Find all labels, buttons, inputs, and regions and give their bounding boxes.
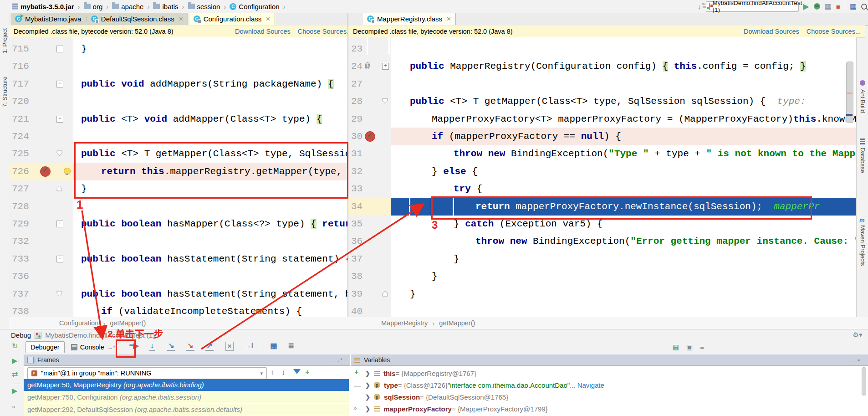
variable-row[interactable]: ❯mapperProxyFactory = {MapperProxyFactor… — [365, 403, 548, 415]
choose-sources-link[interactable]: Choose Sources... — [807, 28, 861, 35]
more-actions-icon[interactable]: » — [12, 404, 15, 410]
navigate-link[interactable]: Navigate — [577, 381, 604, 389]
run-to-cursor-button[interactable]: →I — [243, 342, 255, 353]
step-over-button[interactable]: ↓ — [146, 342, 158, 353]
drop-frame-button[interactable]: ✕ — [224, 342, 235, 353]
tab-console[interactable]: Console →* — [66, 342, 120, 353]
tool-windows-icon[interactable]: ▦ — [850, 3, 857, 10]
stop-button[interactable]: ■ — [836, 3, 840, 10]
breadcrumb-item[interactable]: session — [188, 3, 220, 10]
customize-threads-icon[interactable]: + — [305, 368, 309, 376]
close-icon[interactable]: ✕ — [179, 15, 184, 22]
variables-scrollbar[interactable] — [862, 367, 866, 395]
breadcrumb-class[interactable]: Configuration — [59, 319, 98, 327]
tool-button-database[interactable]: Database — [859, 148, 866, 173]
editor-configuration-class[interactable]: 715−}716717+public void addMappers(Strin… — [9, 37, 347, 317]
fold-region-start-icon[interactable] — [56, 150, 62, 156]
restore-layout-icon[interactable]: ▦ — [673, 343, 679, 351]
editor-splitter[interactable] — [347, 13, 348, 329]
breadcrumb-item[interactable]: ibatis — [153, 3, 178, 10]
stack-frame-row[interactable]: getMapper:750, Configuration (org.apache… — [24, 391, 349, 403]
help-icon[interactable]: ≡ — [700, 343, 704, 351]
tab-mybatisdemo-java[interactable]: CMybatisDemo.java✕ — [11, 13, 95, 25]
breadcrumb-item[interactable]: apache — [112, 3, 143, 10]
tab-debugger[interactable]: Debugger — [26, 341, 65, 353]
toggle-auto-test-icon[interactable]: ⇄ — [12, 371, 18, 378]
variable-name: mapperProxyFactory — [383, 405, 452, 413]
search-icon[interactable] — [861, 4, 867, 10]
tab-defaultsqlsession-class[interactable]: CDefaultSqlSession.class✕ — [87, 13, 188, 25]
breakpoint-icon[interactable] — [365, 131, 375, 142]
close-icon[interactable]: ✕ — [446, 15, 451, 22]
fold-expand-icon[interactable]: + — [56, 256, 63, 262]
rerun-failed-tests-icon[interactable]: ▶! — [12, 357, 19, 365]
variable-row[interactable]: ❯psqlSession = {DefaultSqlSession@1765} — [365, 391, 508, 403]
stack-frame-row[interactable]: getMapper:292, DefaultSqlSession (org.ap… — [24, 404, 349, 416]
breadcrumb-item[interactable]: CConfiguration — [230, 3, 279, 10]
choose-sources-link[interactable]: Choose Sources... — [298, 28, 352, 35]
fold-collapse-icon[interactable]: − — [56, 46, 63, 52]
close-icon[interactable]: ✕ — [266, 15, 271, 22]
code-segment: "Error getting mapper instance. Cause: " — [630, 236, 856, 247]
breadcrumb-method[interactable]: getMapper() — [110, 319, 146, 327]
frame-down-icon[interactable]: ↓ — [281, 368, 286, 377]
breadcrumb-item[interactable]: mybatis-3.5.0.jar — [12, 3, 74, 10]
pin-icon[interactable]: →* — [334, 357, 346, 364]
breadcrumb-class[interactable]: MapperRegistry — [381, 319, 428, 327]
breadcrumb-item[interactable]: org — [84, 3, 103, 10]
thread-selector[interactable]: "main"@1 in group "main": RUNNING ▾ — [27, 367, 267, 379]
fold-region-start-icon[interactable] — [382, 98, 388, 104]
tool-button-maven[interactable]: Maven Projects — [859, 225, 866, 266]
settings-gear-icon[interactable]: ⚙▾ — [853, 331, 862, 339]
variable-row[interactable]: ❯ptype = {Class@1726} "interface com.ith… — [365, 379, 604, 391]
code-segment: hasStatement(String statement) { — [167, 254, 347, 264]
breadcrumb-method[interactable]: getMapper() — [439, 319, 475, 327]
force-step-into-button[interactable]: ↘ — [184, 342, 196, 353]
fold-expand-icon[interactable]: + — [56, 116, 63, 123]
coverage-button[interactable]: ▦ — [825, 3, 832, 10]
pin-icon[interactable]: →▪ — [852, 357, 864, 364]
tab-configuration-class[interactable]: CConfiguration.class✕ — [189, 13, 275, 25]
tool-button-structure[interactable]: 7: Structure — [1, 77, 8, 107]
tool-button-project[interactable]: 1: Project — [1, 28, 8, 53]
rerun-icon[interactable]: ↻ — [12, 343, 18, 350]
breadcrumb-right-editor[interactable]: MapperRegistry › getMapper() — [348, 317, 868, 329]
code-segment: { — [663, 61, 669, 72]
download-sources-link[interactable]: Download Sources — [235, 28, 291, 35]
fold-expand-icon[interactable]: + — [56, 81, 63, 87]
tab-mapperregistry-class[interactable]: CMapperRegistry.class✕ — [363, 13, 456, 25]
editor-mapperregistry-class[interactable]: 2324@+public MapperRegistry(Configuratio… — [348, 37, 856, 317]
breadcrumb-left-editor[interactable]: Configuration › getMapper() — [9, 317, 398, 329]
expand-chevron-icon[interactable]: ❯ — [365, 370, 370, 377]
tool-button-ant-build[interactable]: Ant Build — [859, 89, 866, 113]
intention-bulb-icon[interactable] — [64, 168, 71, 175]
fold-region-end-icon[interactable] — [56, 185, 62, 191]
run-config-select[interactable]: MybatisDemo.findAllAccountTest (1) ▾ — [706, 1, 799, 12]
evaluate-expression-button[interactable]: ▦ — [268, 342, 280, 353]
step-out-button[interactable]: ↗ — [204, 342, 215, 353]
variable-row[interactable]: ❯this = {MapperRegistry@1767} — [365, 367, 476, 379]
code-segment: return — [101, 166, 141, 177]
fold-region-end-icon[interactable] — [382, 291, 388, 297]
expand-chevron-icon[interactable]: ❯ — [365, 382, 370, 389]
run-button[interactable]: ▶ — [803, 3, 809, 10]
stack-frame-row[interactable]: getMapper:50, MapperRegistry (org.apache… — [24, 379, 349, 391]
show-execution-point-button[interactable]: ≡▶ — [128, 342, 140, 353]
expand-chevron-icon[interactable]: ❯ — [365, 394, 370, 401]
breakpoint-icon[interactable] — [40, 166, 51, 177]
resume-program-icon[interactable]: ▶ — [12, 387, 17, 395]
fold-region-start-icon[interactable] — [56, 291, 62, 297]
fold-expand-icon[interactable]: + — [56, 221, 63, 227]
frame-up-icon[interactable]: ↑ — [271, 368, 275, 377]
expand-chevron-icon[interactable]: ❯ — [365, 406, 370, 412]
pin-tab-icon[interactable]: ▣ — [686, 343, 693, 351]
layout-settings-icon[interactable]: ≣ — [285, 342, 297, 353]
debug-button[interactable] — [814, 3, 820, 10]
download-sources-link[interactable]: Download Sources — [744, 28, 799, 35]
fold-expand-icon[interactable]: + — [382, 63, 389, 70]
filter-frames-icon[interactable] — [293, 369, 301, 374]
binary-download-icon[interactable]: ↓0110 — [698, 3, 701, 10]
annotation-at-icon[interactable]: @ — [365, 57, 370, 75]
step-into-button[interactable]: ↘ — [165, 342, 177, 353]
console-output-icon: →* — [107, 344, 115, 351]
